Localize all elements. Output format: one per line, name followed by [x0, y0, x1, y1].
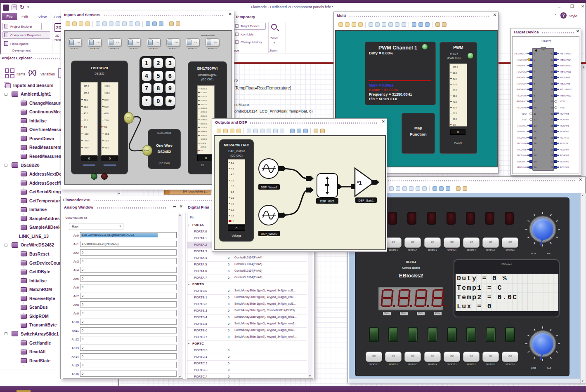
svg-text:DSP_Gain1: DSP_Gain1 — [359, 199, 374, 202]
svg-text:*1: *1 — [357, 180, 362, 186]
svg-text:DSP_MIX1: DSP_MIX1 — [320, 200, 335, 203]
svg-text:DSP_Wave1: DSP_Wave1 — [261, 186, 277, 189]
svg-text:DSP_Wave2: DSP_Wave2 — [261, 232, 277, 236]
